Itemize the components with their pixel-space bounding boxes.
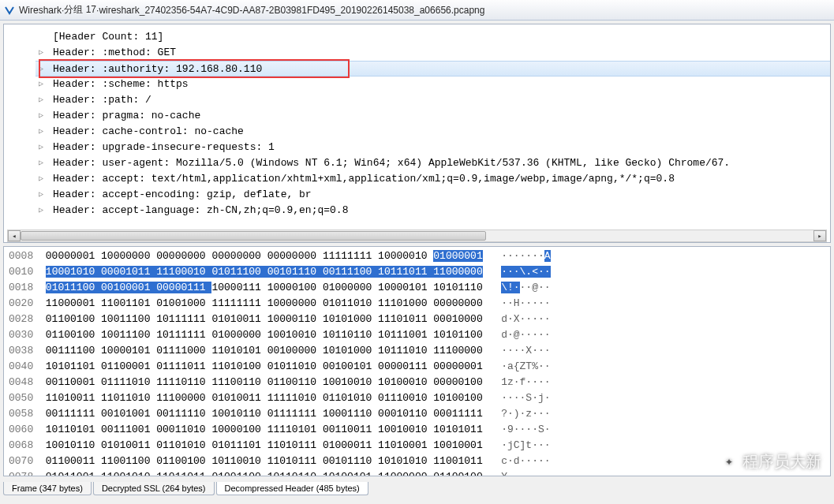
- hscroll-thumb[interactable]: [21, 231, 486, 241]
- hex-row[interactable]: 0040 10101101 01100001 01111011 11010100…: [9, 359, 825, 375]
- hscroll-right-button[interactable]: ▸: [813, 230, 826, 241]
- hex-row[interactable]: 0078 01011001 11001010 11011011 01001100…: [9, 469, 825, 476]
- app-icon: [3, 4, 16, 17]
- hex-row[interactable]: 0058 00111111 00101001 00111110 10010110…: [9, 406, 825, 422]
- packet-details-pane[interactable]: [Header Count: 11]Header: :method: GETHe…: [3, 24, 831, 243]
- file-name: wireshark_27402356-54A7-4C9D-AA87-2B0398…: [99, 5, 484, 16]
- header-line[interactable]: Header: upgrade-insecure-requests: 1: [36, 140, 830, 155]
- hex-row[interactable]: 0028 01100100 10011100 10111111 01010011…: [9, 312, 825, 327]
- header-line[interactable]: Header: :path: /: [36, 92, 830, 108]
- tab-decrypted-ssl[interactable]: Decrypted SSL (264 bytes): [93, 482, 215, 495]
- hex-row[interactable]: 0068 10010110 01010011 01101010 01011101…: [9, 438, 825, 454]
- hex-row[interactable]: 0060 10110101 00111001 00011010 10000100…: [9, 422, 825, 438]
- header-line[interactable]: Header: :method: GET: [36, 45, 830, 61]
- hex-row[interactable]: 0020 11000001 11001101 01001000 11111111…: [9, 296, 825, 312]
- header-line[interactable]: Header: cache-control: no-cache: [36, 124, 830, 140]
- hscroll-left-button[interactable]: ◂: [8, 230, 21, 241]
- header-line[interactable]: Header: :authority: 192.168.80.110: [36, 61, 830, 77]
- app-name: Wireshark: [19, 5, 62, 16]
- header-line[interactable]: Header: pragma: no-cache: [36, 108, 830, 124]
- tab-frame[interactable]: Frame (347 bytes): [3, 482, 92, 495]
- header-line[interactable]: Header: accept-language: zh-CN,zh;q=0.9,…: [36, 203, 830, 218]
- hex-row[interactable]: 0048 00110001 01111010 11110110 11100110…: [9, 375, 825, 390]
- hex-row[interactable]: 0008 00000001 10000000 00000000 00000000…: [9, 248, 825, 264]
- header-count[interactable]: [Header Count: 11]: [36, 29, 830, 45]
- window-titlebar: Wireshark · 分组 17 · wireshark_27402356-5…: [0, 0, 834, 21]
- hex-row[interactable]: 0050 11010011 11011010 11100000 01010011…: [9, 390, 825, 406]
- packet-bytes-pane[interactable]: 0008 00000001 10000000 00000000 00000000…: [3, 246, 831, 476]
- hscroll-track[interactable]: ◂ ▸: [7, 230, 827, 242]
- tab-decompressed-header[interactable]: Decompressed Header (485 bytes): [216, 482, 368, 495]
- hex-row[interactable]: 0038 00111100 10000101 01111000 11010101…: [9, 343, 825, 359]
- hex-row[interactable]: 0030 01100100 10011100 10111111 01000000…: [9, 327, 825, 343]
- packet-label: 分组 17: [64, 3, 96, 17]
- hex-row[interactable]: 0018 01011100 00100001 00000111 10000111…: [9, 280, 825, 296]
- header-line[interactable]: Header: accept: text/html,application/xh…: [36, 171, 830, 187]
- bytes-tab-strip: Frame (347 bytes) Decrypted SSL (264 byt…: [3, 480, 831, 495]
- hex-row[interactable]: 0010 10001010 00001011 11100010 01011100…: [9, 264, 825, 280]
- hex-row[interactable]: 0070 01100011 11001100 01100100 10110010…: [9, 454, 825, 469]
- header-line[interactable]: Header: :scheme: https: [36, 77, 830, 92]
- header-line[interactable]: Header: accept-encoding: gzip, deflate, …: [36, 187, 830, 203]
- header-line[interactable]: Header: user-agent: Mozilla/5.0 (Windows…: [36, 155, 830, 171]
